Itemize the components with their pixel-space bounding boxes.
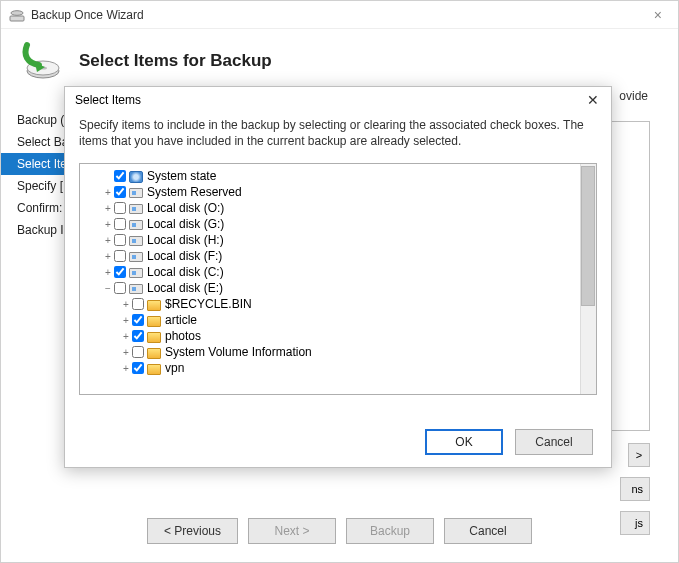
page-title: Select Items for Backup — [79, 51, 272, 71]
dialog-titlebar: Select Items ✕ — [65, 87, 611, 113]
select-items-dialog: Select Items ✕ Specify items to include … — [64, 86, 612, 468]
tree-label: vpn — [162, 361, 184, 375]
drive-icon — [128, 265, 144, 279]
panel-scroll-right-button[interactable]: > — [628, 443, 650, 467]
wizard-footer: < Previous Next > Backup Cancel — [1, 518, 678, 544]
tree-node[interactable]: +Local disk (C:) — [84, 264, 596, 280]
tree-label: $RECYCLE.BIN — [162, 297, 252, 311]
tree-checkbox[interactable] — [132, 330, 144, 342]
tree-label: Local disk (O:) — [144, 201, 224, 215]
tree-node[interactable]: +Local disk (H:) — [84, 232, 596, 248]
ok-button[interactable]: OK — [425, 429, 503, 455]
drive-icon — [128, 233, 144, 247]
tree-checkbox[interactable] — [114, 250, 126, 262]
tree-node[interactable]: −Local disk (E:) — [84, 280, 596, 296]
tree-checkbox[interactable] — [132, 314, 144, 326]
tree-label: photos — [162, 329, 201, 343]
expand-icon: · — [102, 170, 114, 183]
tree-label: Local disk (G:) — [144, 217, 224, 231]
tree-node[interactable]: +photos — [84, 328, 596, 344]
svg-point-1 — [11, 10, 23, 15]
drive-icon — [128, 217, 144, 231]
folder-icon — [146, 329, 162, 343]
expand-icon[interactable]: + — [120, 346, 132, 359]
obscured-button-ns[interactable]: ns — [620, 477, 650, 501]
expand-icon[interactable]: + — [102, 266, 114, 279]
tree-node[interactable]: +vpn — [84, 360, 596, 376]
tree-label: Local disk (F:) — [144, 249, 222, 263]
drive-icon — [128, 249, 144, 263]
tree-label: Local disk (H:) — [144, 233, 224, 247]
tree-checkbox[interactable] — [114, 186, 126, 198]
expand-icon[interactable]: + — [120, 314, 132, 327]
drive-icon — [128, 281, 144, 295]
folder-icon — [146, 345, 162, 359]
tree-checkbox[interactable] — [114, 266, 126, 278]
expand-icon[interactable]: + — [102, 186, 114, 199]
drive-icon — [128, 201, 144, 215]
tree-checkbox[interactable] — [114, 282, 126, 294]
tree-label: Local disk (C:) — [144, 265, 224, 279]
wizard-app-icon — [9, 7, 25, 23]
tree-checkbox[interactable] — [132, 346, 144, 358]
system-state-icon — [128, 169, 144, 183]
truncated-label-fragment: ovide — [619, 89, 648, 103]
svg-rect-0 — [10, 16, 24, 21]
tree-label: System state — [144, 169, 216, 183]
expand-icon[interactable]: + — [102, 234, 114, 247]
tree-checkbox[interactable] — [114, 218, 126, 230]
expand-icon[interactable]: + — [120, 298, 132, 311]
wizard-titlebar: Backup Once Wizard × — [1, 1, 678, 29]
previous-button[interactable]: < Previous — [147, 518, 238, 544]
tree-node[interactable]: +Local disk (G:) — [84, 216, 596, 232]
tree-label: Local disk (E:) — [144, 281, 223, 295]
expand-icon[interactable]: + — [102, 218, 114, 231]
tree-label: System Reserved — [144, 185, 242, 199]
wizard-header: Select Items for Backup — [1, 29, 678, 83]
items-tree[interactable]: ·System state+System Reserved+Local disk… — [80, 164, 596, 380]
dialog-footer: OK Cancel — [425, 429, 593, 455]
tree-checkbox[interactable] — [132, 298, 144, 310]
folder-icon — [146, 313, 162, 327]
folder-icon — [146, 361, 162, 375]
dialog-description: Specify items to include in the backup b… — [65, 113, 611, 157]
tree-node[interactable]: +Local disk (F:) — [84, 248, 596, 264]
backup-button: Backup — [346, 518, 434, 544]
tree-node[interactable]: +Local disk (O:) — [84, 200, 596, 216]
tree-scrollbar[interactable] — [580, 164, 596, 394]
next-button: Next > — [248, 518, 336, 544]
wizard-title-text: Backup Once Wizard — [31, 8, 144, 22]
expand-icon[interactable]: + — [102, 250, 114, 263]
tree-node[interactable]: +$RECYCLE.BIN — [84, 296, 596, 312]
expand-icon[interactable]: + — [120, 330, 132, 343]
tree-label: System Volume Information — [162, 345, 312, 359]
dialog-close-icon[interactable]: ✕ — [581, 92, 605, 108]
backup-icon — [21, 41, 61, 81]
tree-label: article — [162, 313, 197, 327]
drive-icon — [128, 185, 144, 199]
expand-icon[interactable]: + — [102, 202, 114, 215]
tree-node[interactable]: ·System state — [84, 168, 596, 184]
tree-checkbox[interactable] — [132, 362, 144, 374]
tree-node[interactable]: +System Reserved — [84, 184, 596, 200]
tree-node[interactable]: +article — [84, 312, 596, 328]
cancel-button[interactable]: Cancel — [444, 518, 532, 544]
tree-checkbox[interactable] — [114, 202, 126, 214]
tree-checkbox[interactable] — [114, 170, 126, 182]
collapse-icon[interactable]: − — [102, 282, 114, 295]
tree-node[interactable]: +System Volume Information — [84, 344, 596, 360]
folder-icon — [146, 297, 162, 311]
tree-checkbox[interactable] — [114, 234, 126, 246]
items-tree-container: ·System state+System Reserved+Local disk… — [79, 163, 597, 395]
tree-scrollbar-thumb[interactable] — [581, 166, 595, 306]
wizard-close-icon[interactable]: × — [646, 5, 670, 25]
dialog-cancel-button[interactable]: Cancel — [515, 429, 593, 455]
dialog-title: Select Items — [75, 93, 141, 107]
expand-icon[interactable]: + — [120, 362, 132, 375]
